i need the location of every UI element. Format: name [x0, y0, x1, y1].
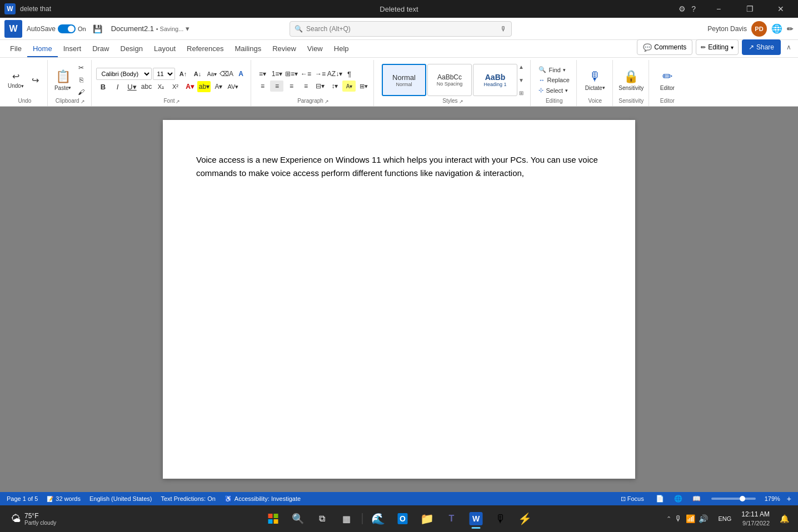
taskbar-outlook[interactable]: O [392, 508, 414, 530]
taskbar-powerbi[interactable]: ⚡ [514, 508, 536, 530]
editing-mode-dropdown[interactable]: ✏ Editing ▾ [696, 39, 739, 55]
taskbar-voice-access[interactable]: 🎙 [490, 508, 512, 530]
tab-insert[interactable]: Insert [58, 42, 87, 57]
subscript-button[interactable]: X₂ [154, 81, 167, 92]
weather-widget[interactable]: 🌤 75°F Partly cloudy [7, 510, 61, 528]
view-mode-read[interactable]: 📖 [691, 494, 702, 504]
style-normal[interactable]: Normal Normal [382, 64, 426, 96]
increase-indent-button[interactable]: →≡ [313, 68, 327, 79]
undo-button[interactable]: ↩ Undo ▾ [6, 67, 26, 93]
line-spacing-button[interactable]: ↕▾ [328, 81, 341, 92]
font-expand-icon[interactable]: ↗ [176, 99, 180, 104]
align-left-button[interactable]: ≡ [256, 81, 269, 92]
undo-dropdown-icon[interactable]: ▾ [21, 83, 24, 89]
tab-layout[interactable]: Layout [148, 42, 181, 57]
tab-review[interactable]: Review [267, 42, 302, 57]
tab-view[interactable]: View [302, 42, 328, 57]
zoom-in-button[interactable]: + [787, 494, 791, 503]
styles-scroll-up[interactable]: ▲ [518, 64, 524, 70]
columns-button[interactable]: ⊟▾ [313, 81, 327, 92]
sensitivity-button[interactable]: 🔒 Sensitivity [617, 63, 645, 97]
editor-button[interactable]: ✏ Editor [654, 63, 681, 97]
clear-format-button[interactable]: ⌫A [220, 68, 233, 79]
styles-scroll-down[interactable]: ▼ [518, 77, 524, 83]
show-marks-button[interactable]: ¶ [342, 68, 356, 79]
decrease-font-button[interactable]: A↓ [191, 68, 204, 79]
tab-draw[interactable]: Draw [87, 42, 114, 57]
taskbar-edge[interactable]: 🌊 [367, 508, 390, 530]
align-center-button[interactable]: ≡ [270, 81, 283, 92]
paragraph-expand-icon[interactable]: ↗ [325, 99, 329, 104]
translate-icon[interactable]: 🌐 [771, 23, 782, 34]
decrease-indent-button[interactable]: ←≡ [299, 68, 312, 79]
cut-button[interactable]: ✂ [74, 62, 88, 73]
select-dropdown-icon[interactable]: ▾ [565, 88, 568, 93]
system-tray[interactable]: ⌃ 🎙 📶 🔊 [663, 513, 711, 524]
shading-button[interactable]: A▾ [342, 81, 356, 92]
minimize-button[interactable]: − [706, 0, 731, 18]
settings-icon[interactable]: ⚙ [679, 4, 686, 13]
dictate-button[interactable]: 🎙 Dictate ▾ [581, 63, 609, 97]
increase-font-button[interactable]: A↑ [176, 68, 189, 79]
text-shadow-button[interactable]: A▾ [212, 81, 225, 92]
bullets-button[interactable]: ≡▾ [256, 68, 269, 79]
clipboard-expand-icon[interactable]: ↗ [81, 99, 85, 104]
quick-save-icon[interactable]: 💾 [93, 24, 102, 33]
focus-button[interactable]: ⊡ Focus [617, 494, 647, 504]
underline-button[interactable]: U▾ [125, 81, 138, 92]
styles-expand-icon[interactable]: ↗ [459, 99, 463, 104]
change-case-button[interactable]: Aa▾ [205, 68, 218, 79]
zoom-slider[interactable] [711, 498, 756, 500]
highlight-button[interactable]: ab▾ [197, 81, 211, 92]
tab-design[interactable]: Design [115, 42, 148, 57]
font-family-select[interactable]: Calibri (Body) [96, 68, 152, 80]
document-page[interactable]: Voice access is a new Experience on Wind… [163, 120, 635, 479]
tab-mailings[interactable]: Mailings [230, 42, 267, 57]
view-mode-print[interactable]: 📄 [654, 494, 666, 504]
align-right-button[interactable]: ≡ [285, 81, 298, 92]
tab-help[interactable]: Help [328, 42, 355, 57]
styles-expand[interactable]: ⊞ [519, 90, 523, 96]
copy-button[interactable]: ⎘ [74, 74, 88, 86]
borders-button[interactable]: ⊞▾ [357, 81, 370, 92]
restore-button[interactable]: ❐ [737, 0, 762, 18]
style-nospacing[interactable]: AaBbCc No Spacing [427, 64, 472, 96]
font-size-select[interactable]: 11 [153, 68, 175, 80]
search-input[interactable] [306, 25, 497, 33]
taskbar-start[interactable] [262, 508, 285, 530]
format-painter-button[interactable]: 🖌 [74, 87, 88, 98]
taskbar-task-view[interactable]: ⧉ [311, 508, 333, 530]
bold-button[interactable]: B [96, 81, 109, 92]
notifications-button[interactable]: 🔔 [777, 513, 791, 524]
autosave-toggle[interactable] [58, 24, 76, 33]
strikethrough-button[interactable]: abc [139, 81, 153, 92]
multilevel-button[interactable]: ⊞≡▾ [285, 68, 298, 79]
char-spacing-button[interactable]: AV▾ [226, 81, 240, 92]
taskbar-widgets[interactable]: ▦ [336, 508, 358, 530]
comments-button[interactable]: 💬 Comments [637, 39, 692, 55]
redo-button[interactable]: ↪ [27, 67, 44, 93]
taskbar-time[interactable]: 12:11 AM 9/17/2022 [738, 509, 773, 529]
doc-dropdown-icon[interactable]: ▾ [186, 24, 189, 33]
language-indicator[interactable]: ENG [716, 514, 734, 523]
taskbar-search[interactable]: 🔍 [287, 508, 309, 530]
text-effects-button[interactable]: A [234, 68, 247, 79]
voice-search-icon[interactable]: 🎙 [500, 25, 507, 33]
ribbon-collapse-button[interactable]: ∧ [784, 42, 794, 52]
tab-references[interactable]: References [181, 42, 229, 57]
search-bar[interactable]: 🔍 🎙 [290, 21, 512, 37]
paste-button[interactable]: 📋 Paste ▾ [52, 64, 74, 96]
paste-dropdown-icon[interactable]: ▾ [68, 85, 71, 91]
user-avatar[interactable]: PD [751, 21, 767, 37]
share-button[interactable]: ↗ Share [742, 39, 781, 55]
replace-button[interactable]: ↔ Replace [535, 76, 572, 84]
font-color-button[interactable]: A▾ [183, 81, 196, 92]
dictate-dropdown-icon[interactable]: ▾ [602, 85, 605, 91]
help-icon[interactable]: ? [691, 4, 696, 13]
italic-button[interactable]: I [111, 81, 124, 92]
document-content[interactable]: Voice access is a new Experience on Wind… [196, 153, 602, 180]
find-button[interactable]: 🔍 Find ▾ [535, 65, 572, 74]
taskbar-teams[interactable]: T [441, 508, 463, 530]
taskbar-word[interactable]: W [465, 508, 487, 530]
close-button[interactable]: ✕ [768, 0, 794, 18]
